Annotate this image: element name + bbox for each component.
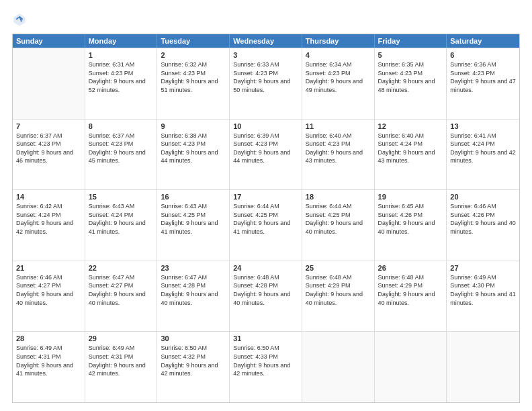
calendar-cell: 17Sunrise: 6:44 AMSunset: 4:25 PMDayligh… <box>230 190 302 261</box>
svg-marker-0 <box>13 13 25 26</box>
calendar-week-row: 14Sunrise: 6:42 AMSunset: 4:24 PMDayligh… <box>13 189 519 261</box>
day-number: 1 <box>89 51 154 59</box>
calendar-cell: 13Sunrise: 6:41 AMSunset: 4:24 PMDayligh… <box>447 120 519 190</box>
sun-info: Sunrise: 6:38 AMSunset: 4:23 PMDaylight:… <box>161 132 226 165</box>
calendar-cell: 22Sunrise: 6:47 AMSunset: 4:27 PMDayligh… <box>85 261 158 332</box>
calendar-cell <box>375 332 447 402</box>
weekday-header: Saturday <box>447 34 519 48</box>
sun-info: Sunrise: 6:40 AMSunset: 4:24 PMDaylight:… <box>378 132 443 165</box>
calendar-cell: 5Sunrise: 6:35 AMSunset: 4:23 PMDaylight… <box>375 48 447 119</box>
calendar-week-row: 28Sunrise: 6:49 AMSunset: 4:31 PMDayligh… <box>13 331 519 402</box>
day-number: 22 <box>89 264 154 272</box>
calendar-cell: 12Sunrise: 6:40 AMSunset: 4:24 PMDayligh… <box>375 120 447 190</box>
calendar-cell: 1Sunrise: 6:31 AMSunset: 4:23 PMDaylight… <box>85 48 158 119</box>
day-number: 21 <box>16 264 81 272</box>
day-number: 9 <box>161 122 226 130</box>
sun-info: Sunrise: 6:41 AMSunset: 4:24 PMDaylight:… <box>450 132 516 165</box>
day-number: 19 <box>378 193 443 201</box>
sun-info: Sunrise: 6:39 AMSunset: 4:23 PMDaylight:… <box>233 132 298 165</box>
day-number: 18 <box>306 193 371 201</box>
calendar-cell: 27Sunrise: 6:49 AMSunset: 4:30 PMDayligh… <box>447 261 519 332</box>
sun-info: Sunrise: 6:50 AMSunset: 4:32 PMDaylight:… <box>161 344 226 377</box>
day-number: 29 <box>89 334 154 342</box>
calendar-cell: 14Sunrise: 6:42 AMSunset: 4:24 PMDayligh… <box>13 190 85 261</box>
sun-info: Sunrise: 6:44 AMSunset: 4:25 PMDaylight:… <box>306 202 371 236</box>
day-number: 8 <box>89 122 154 130</box>
day-number: 24 <box>233 264 298 272</box>
sun-info: Sunrise: 6:48 AMSunset: 4:29 PMDaylight:… <box>378 273 443 307</box>
sun-info: Sunrise: 6:47 AMSunset: 4:28 PMDaylight:… <box>161 273 226 307</box>
sun-info: Sunrise: 6:37 AMSunset: 4:23 PMDaylight:… <box>16 132 81 165</box>
sun-info: Sunrise: 6:40 AMSunset: 4:23 PMDaylight:… <box>306 132 371 165</box>
calendar-week-row: 7Sunrise: 6:37 AMSunset: 4:23 PMDaylight… <box>13 119 519 190</box>
day-number: 11 <box>306 122 371 130</box>
calendar-cell: 31Sunrise: 6:50 AMSunset: 4:33 PMDayligh… <box>230 332 302 402</box>
weekday-header: Friday <box>375 34 447 48</box>
weekday-header: Monday <box>85 34 158 48</box>
logo-icon <box>12 12 27 27</box>
calendar-cell: 8Sunrise: 6:37 AMSunset: 4:23 PMDaylight… <box>85 120 158 190</box>
calendar-cell: 7Sunrise: 6:37 AMSunset: 4:23 PMDaylight… <box>13 120 85 190</box>
sun-info: Sunrise: 6:49 AMSunset: 4:31 PMDaylight:… <box>89 344 154 377</box>
calendar-cell: 18Sunrise: 6:44 AMSunset: 4:25 PMDayligh… <box>302 190 375 261</box>
sun-info: Sunrise: 6:50 AMSunset: 4:33 PMDaylight:… <box>233 344 298 377</box>
calendar-cell: 11Sunrise: 6:40 AMSunset: 4:23 PMDayligh… <box>302 120 375 190</box>
calendar-page: SundayMondayTuesdayWednesdayThursdayFrid… <box>0 0 532 411</box>
sun-info: Sunrise: 6:33 AMSunset: 4:23 PMDaylight:… <box>233 60 298 94</box>
day-number: 6 <box>450 51 516 59</box>
sun-info: Sunrise: 6:45 AMSunset: 4:26 PMDaylight:… <box>378 202 443 236</box>
day-number: 10 <box>233 122 298 130</box>
day-number: 31 <box>233 334 298 342</box>
sun-info: Sunrise: 6:49 AMSunset: 4:30 PMDaylight:… <box>450 273 516 307</box>
calendar-cell: 20Sunrise: 6:46 AMSunset: 4:26 PMDayligh… <box>447 190 519 261</box>
sun-info: Sunrise: 6:37 AMSunset: 4:23 PMDaylight:… <box>89 132 154 165</box>
calendar-cell <box>13 48 85 119</box>
calendar-cell: 25Sunrise: 6:48 AMSunset: 4:29 PMDayligh… <box>302 261 375 332</box>
sun-info: Sunrise: 6:44 AMSunset: 4:25 PMDaylight:… <box>233 202 298 236</box>
day-number: 27 <box>450 264 516 272</box>
calendar-cell: 2Sunrise: 6:32 AMSunset: 4:23 PMDaylight… <box>157 48 230 119</box>
day-number: 2 <box>161 51 226 59</box>
sun-info: Sunrise: 6:46 AMSunset: 4:27 PMDaylight:… <box>16 273 81 307</box>
sun-info: Sunrise: 6:34 AMSunset: 4:23 PMDaylight:… <box>306 60 371 94</box>
calendar-cell: 29Sunrise: 6:49 AMSunset: 4:31 PMDayligh… <box>85 332 158 402</box>
calendar-cell: 16Sunrise: 6:43 AMSunset: 4:25 PMDayligh… <box>157 190 230 261</box>
sun-info: Sunrise: 6:43 AMSunset: 4:24 PMDaylight:… <box>89 202 154 236</box>
weekday-header: Sunday <box>13 34 85 48</box>
day-number: 30 <box>161 334 226 342</box>
sun-info: Sunrise: 6:47 AMSunset: 4:27 PMDaylight:… <box>89 273 154 307</box>
day-number: 15 <box>89 193 154 201</box>
calendar-cell <box>447 332 519 402</box>
sun-info: Sunrise: 6:46 AMSunset: 4:26 PMDaylight:… <box>450 202 516 236</box>
calendar-cell: 9Sunrise: 6:38 AMSunset: 4:23 PMDaylight… <box>157 120 230 190</box>
day-number: 7 <box>16 122 81 130</box>
logo <box>12 12 30 27</box>
sun-info: Sunrise: 6:48 AMSunset: 4:29 PMDaylight:… <box>306 273 371 307</box>
day-number: 12 <box>378 122 443 130</box>
sun-info: Sunrise: 6:49 AMSunset: 4:31 PMDaylight:… <box>16 344 81 377</box>
calendar-header-row: SundayMondayTuesdayWednesdayThursdayFrid… <box>13 34 519 48</box>
sun-info: Sunrise: 6:42 AMSunset: 4:24 PMDaylight:… <box>16 202 81 236</box>
day-number: 26 <box>378 264 443 272</box>
weekday-header: Wednesday <box>230 34 302 48</box>
day-number: 28 <box>16 334 81 342</box>
weekday-header: Tuesday <box>157 34 230 48</box>
day-number: 4 <box>306 51 371 59</box>
day-number: 13 <box>450 122 516 130</box>
page-header <box>12 12 520 27</box>
calendar-cell: 10Sunrise: 6:39 AMSunset: 4:23 PMDayligh… <box>230 120 302 190</box>
calendar-cell: 21Sunrise: 6:46 AMSunset: 4:27 PMDayligh… <box>13 261 85 332</box>
calendar-cell: 26Sunrise: 6:48 AMSunset: 4:29 PMDayligh… <box>375 261 447 332</box>
calendar-body: 1Sunrise: 6:31 AMSunset: 4:23 PMDaylight… <box>13 48 519 402</box>
sun-info: Sunrise: 6:32 AMSunset: 4:23 PMDaylight:… <box>161 60 226 94</box>
calendar-cell: 24Sunrise: 6:48 AMSunset: 4:28 PMDayligh… <box>230 261 302 332</box>
day-number: 20 <box>450 193 516 201</box>
calendar-cell: 6Sunrise: 6:36 AMSunset: 4:23 PMDaylight… <box>447 48 519 119</box>
day-number: 5 <box>378 51 443 59</box>
weekday-header: Thursday <box>302 34 375 48</box>
day-number: 3 <box>233 51 298 59</box>
day-number: 25 <box>306 264 371 272</box>
calendar-cell: 4Sunrise: 6:34 AMSunset: 4:23 PMDaylight… <box>302 48 375 119</box>
sun-info: Sunrise: 6:31 AMSunset: 4:23 PMDaylight:… <box>89 60 154 94</box>
sun-info: Sunrise: 6:36 AMSunset: 4:23 PMDaylight:… <box>450 60 516 94</box>
